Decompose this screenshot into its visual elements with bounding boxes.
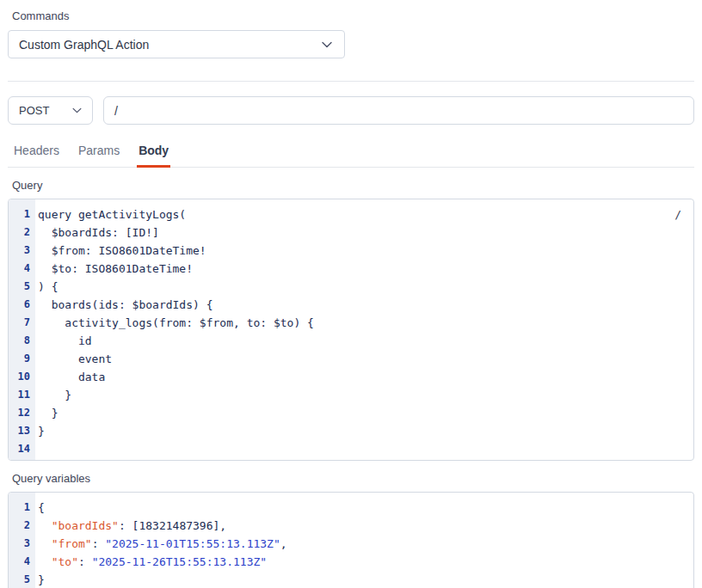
line-number: 13 <box>9 422 30 440</box>
code-line: "boardIds": [18321487396], <box>38 517 693 535</box>
commands-select[interactable]: Custom GraphQL Action <box>8 30 345 58</box>
line-number: 12 <box>9 404 30 422</box>
query-editor[interactable]: 1234567891011121314 query getActivityLog… <box>8 199 694 461</box>
method-select[interactable]: POST <box>8 96 93 125</box>
code-line: } <box>38 571 693 588</box>
code-line: } <box>38 404 693 422</box>
query-editor-gutter: 1234567891011121314 <box>9 199 35 460</box>
tab-body[interactable]: Body <box>137 144 170 168</box>
code-line: activity_logs(from: $from, to: $to) { <box>38 314 693 332</box>
line-number: 1 <box>9 205 30 224</box>
query-variables-editor-code[interactable]: { "boardIds": [18321487396], "from": "20… <box>35 493 693 588</box>
code-line: { <box>38 499 693 517</box>
request-row: POST <box>8 96 694 125</box>
chevron-down-icon <box>322 41 332 48</box>
line-number: 4 <box>9 553 30 571</box>
code-line: data <box>38 368 693 386</box>
tabs: HeadersParamsBody <box>8 144 694 168</box>
code-line: } <box>38 386 693 404</box>
line-number: 14 <box>9 440 30 458</box>
line-number: 9 <box>9 350 30 368</box>
url-input[interactable] <box>103 96 694 125</box>
tab-headers[interactable]: Headers <box>12 144 61 168</box>
code-line: ) { <box>38 278 693 296</box>
section-divider <box>8 81 694 82</box>
line-number: 2 <box>9 224 30 242</box>
line-number: 4 <box>9 260 30 278</box>
code-line: event <box>38 350 693 368</box>
line-number: 10 <box>9 368 30 386</box>
method-select-value: POST <box>19 104 49 117</box>
code-line: id <box>38 332 693 350</box>
query-variables-editor[interactable]: 12345 { "boardIds": [18321487396], "from… <box>8 492 694 588</box>
code-line: $to: ISO8601DateTime! <box>38 260 693 278</box>
line-number: 5 <box>9 571 30 588</box>
line-number: 5 <box>9 278 30 296</box>
line-number: 8 <box>9 332 30 350</box>
line-number: 2 <box>9 517 30 535</box>
code-line: "to": "2025-11-26T15:55:13.113Z" <box>38 553 693 571</box>
line-number: 6 <box>9 296 30 314</box>
line-number: 1 <box>9 499 30 517</box>
query-variables-editor-gutter: 12345 <box>9 493 35 588</box>
query-label: Query <box>12 179 694 193</box>
query-variables-label: Query variables <box>12 472 694 486</box>
query-editor-code[interactable]: query getActivityLogs( $boardIds: [ID!] … <box>35 199 693 460</box>
code-line: query getActivityLogs( <box>38 205 693 224</box>
code-line: } <box>38 422 693 440</box>
line-number: 3 <box>9 535 30 553</box>
editor-corner-slash: / <box>674 205 681 224</box>
commands-label: Commands <box>12 9 694 23</box>
code-line: boards(ids: $boardIds) { <box>38 296 693 314</box>
page: Commands Custom GraphQL Action POST Head… <box>0 0 702 588</box>
code-line: $boardIds: [ID!] <box>38 224 693 242</box>
line-number: 7 <box>9 314 30 332</box>
line-number: 11 <box>9 386 30 404</box>
code-line: $from: ISO8601DateTime! <box>38 242 693 260</box>
commands-select-value: Custom GraphQL Action <box>19 38 149 52</box>
line-number: 3 <box>9 242 30 260</box>
tab-params[interactable]: Params <box>77 144 121 168</box>
code-line: "from": "2025-11-01T15:55:13.113Z", <box>38 535 693 553</box>
code-line <box>38 440 693 458</box>
chevron-down-icon <box>72 107 82 113</box>
